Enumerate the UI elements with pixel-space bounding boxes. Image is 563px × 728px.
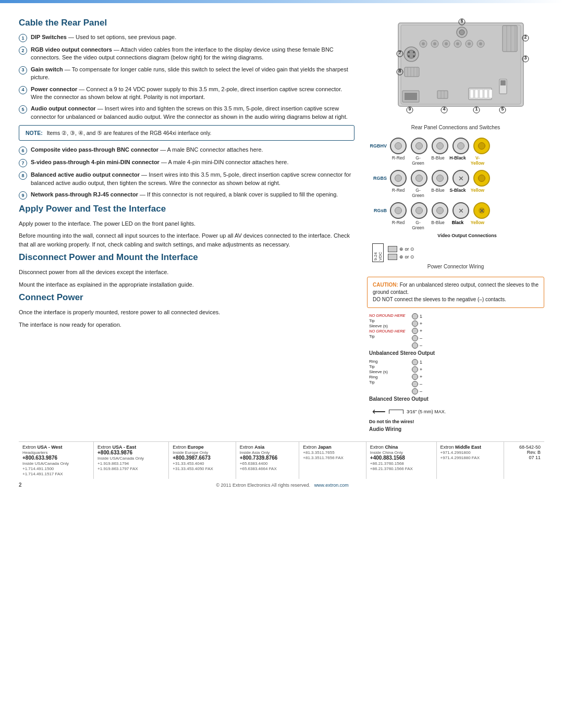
bnc-rgsb: RGsB R-Red G-Green B-Blue Black Yellow: [367, 202, 544, 238]
unbalanced-caption: Unbalanced Stereo Output: [369, 350, 544, 356]
fax-europe: +31.33.453.4050 FAX: [173, 466, 213, 471]
balanced-block: Ring Tip Sleeve (s) Ring Tip 1 +: [367, 359, 544, 402]
connect-para1: Once the interface is properly mounted, …: [19, 308, 354, 317]
fax-asia: +65.6383.4664 FAX: [240, 466, 277, 471]
sublabel-rgbs-b: B-Blue: [430, 188, 446, 198]
svg-point-51: [422, 42, 425, 45]
apply-para2: Before mounting into the wall, connect a…: [19, 231, 354, 249]
region-china: Extron China: [370, 445, 398, 450]
sign-plus2: +: [420, 328, 422, 334]
connect-title: Connect Power: [19, 292, 354, 303]
screw-c: [412, 342, 418, 349]
bal-sign-5: –: [420, 389, 422, 394]
phone-japan: +81.3.3511.7655: [303, 450, 334, 455]
bnc-label-rgbhv: RGBHV: [367, 143, 387, 149]
note-label: NOTE:: [26, 130, 43, 136]
no-ground-1: NO GROUND HERE: [369, 313, 407, 318]
screw-row: –: [412, 335, 422, 341]
phone-china: +400.883.1568: [370, 455, 405, 461]
bnc-rgsb-row: RGsB: [367, 202, 544, 219]
num-4: 4: [19, 86, 27, 94]
num-7: 7: [19, 159, 27, 167]
unbalanced-screws: 1 + + –: [412, 313, 422, 349]
power-connector-caption: Power Connector Wiring: [367, 264, 544, 269]
sublabel-v-yellow: V-Yellow: [469, 155, 486, 166]
svg-rect-44: [475, 90, 478, 98]
connect-section: Connect Power Once the interface is prop…: [19, 292, 354, 329]
screw-c: [412, 313, 418, 319]
bal-screw-2: +: [412, 366, 422, 373]
bnc-connectors-rgbhv: [390, 138, 490, 154]
list-item: 2 RGB video output connectors — Attach v…: [19, 46, 354, 62]
sign-1: 1: [420, 314, 422, 319]
sublabel-rgbs-s: S-Black: [449, 188, 466, 198]
bal-screw-3: +: [412, 374, 422, 380]
sign-minus2: –: [420, 343, 422, 348]
region-japan: Extron Japan: [303, 445, 332, 450]
caution-text2: DO NOT connect the sleeves to the negati…: [373, 297, 506, 302]
phone-asia: +800.7339.8766: [240, 455, 278, 461]
item-4-text: Power connector — Connect a 9 to 24 VDC …: [31, 85, 354, 102]
phone-europe: +800.3987.6673: [173, 455, 211, 461]
num-2: 2: [19, 46, 27, 55]
svg-point-59: [468, 42, 471, 45]
screw-row-2: ⊕ or ⊙: [388, 254, 414, 260]
bnc-rgsb-r: [390, 202, 407, 219]
right-column: 6 7 8 2 3 9 4: [367, 18, 544, 432]
footer-cell-china: Extron China Inside China Only +400.883.…: [366, 442, 436, 479]
bnc-b-blue: [432, 138, 448, 154]
video-output-label: Video Output Connections: [437, 233, 496, 238]
phone2-west: +1.714.491.1500: [22, 466, 54, 471]
screw-row-1: ⊕ or ⊙: [388, 246, 414, 252]
apply-para1: Apply power to the interface. The power …: [19, 219, 354, 228]
list-item: 3 Gain switch — To compensate for longer…: [19, 66, 354, 82]
rear-panel-svg: 6 7 8 2 3 9 4: [367, 18, 534, 122]
website-link[interactable]: www.extron.com: [314, 483, 349, 488]
sign-plus1: +: [420, 321, 422, 326]
part-number: 68-542-50: [519, 445, 541, 450]
note-box: NOTE: Items ②, ③, ④, and ⑤ are features …: [19, 125, 354, 141]
phone2-asia: +65.6383.4400: [240, 461, 268, 466]
disconnect-para2: Mount the interface as explained in the …: [19, 280, 354, 289]
svg-point-28: [408, 55, 410, 57]
num-9: 9: [19, 191, 27, 200]
rear-panel-caption: Rear Panel Connections and Switches: [367, 125, 544, 130]
bal-sign-4: –: [420, 381, 422, 387]
sublabel-r-red: R-Red: [390, 155, 407, 166]
item-5-text: Audio output connector — Insert wires in…: [31, 105, 354, 121]
bnc-rgsb-b: [432, 202, 448, 219]
screw-row: –: [412, 342, 422, 349]
sleeve-label-1: Sleeve (s): [369, 324, 407, 328]
tip-label-1: Tip: [369, 318, 407, 323]
sublabel-rgbs-r: R-Red: [390, 188, 407, 198]
bal-screw-5: –: [412, 388, 422, 394]
region-europe: Extron Europe: [173, 445, 204, 450]
rev-label: Rev. B: [527, 450, 541, 455]
spacer: [543, 483, 544, 488]
note-west: Inside USA/Canada Only: [22, 461, 69, 466]
strip-diagram: ⟵ 3⁄16" (5 mm) MAX.: [372, 406, 544, 417]
note-europe: Inside Europe Only: [173, 450, 208, 455]
disconnect-para1: Disconnect power from all the devices ex…: [19, 268, 354, 277]
tip-label-2: Tip: [369, 334, 407, 339]
svg-point-31: [459, 30, 464, 35]
balanced-screws: 1 + + –: [412, 359, 422, 394]
item-9-text: Network pass-through RJ-45 connector — I…: [31, 191, 338, 200]
balanced-diagram-row: Ring Tip Sleeve (s) Ring Tip 1 +: [369, 359, 544, 394]
phone-west: +800.633.9876: [22, 455, 57, 461]
disconnect-title: Disconnect Power and Mount the Interface: [19, 252, 354, 263]
bnc-label-rgbs: RGBS: [367, 176, 387, 181]
bal-screw-4: –: [412, 381, 422, 387]
bnc-rgbs: RGBS R-Red G-Green B-Blue S-Black Yellow: [367, 170, 544, 198]
disconnect-section: Disconnect Power and Mount the Interface…: [19, 252, 354, 289]
note-asia: Inside Asia Only: [240, 450, 270, 455]
bal-sign-1: 1: [420, 360, 422, 365]
cable-section: Cable the Rear Panel 1 DIP Switches — Us…: [19, 18, 354, 200]
bnc-v-yellow: [473, 138, 490, 154]
bnc-rgbs-row: RGBS: [367, 170, 544, 187]
power-wiring-block: 9-24 VDC ⊕ or ⊙ ⊕ or ⊙ Power Connector W…: [367, 243, 544, 269]
screw-wire-2: ⊕ or ⊙: [399, 254, 414, 260]
phone2-europe: +31.33.453.4040: [173, 461, 204, 466]
audio-wiring-caption: Audio Wiring: [369, 426, 544, 432]
footer-cell-asia: Extron Asia Inside Asia Only +800.7339.8…: [236, 442, 299, 479]
